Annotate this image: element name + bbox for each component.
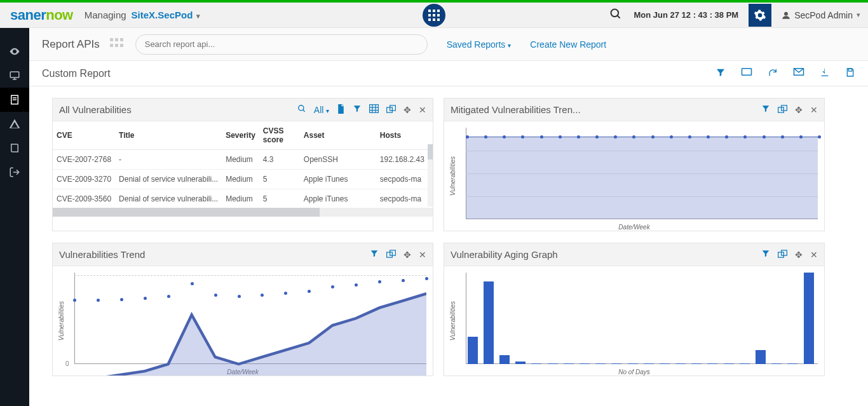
axis-y <box>466 273 466 364</box>
sidebar-item-logout[interactable] <box>0 160 29 184</box>
grid-dots-icon <box>110 38 124 48</box>
trend-svg <box>74 273 426 376</box>
table-row[interactable]: CVE-2009-3270Denial of service vulnerabi… <box>53 170 433 189</box>
filter-panel-icon[interactable] <box>761 249 770 260</box>
sidebar-item-devices[interactable] <box>0 64 29 88</box>
search-in-panel-icon[interactable] <box>297 104 306 115</box>
data-point <box>355 283 358 287</box>
svg-rect-30 <box>370 105 379 113</box>
filter-panel-icon[interactable] <box>370 249 379 260</box>
data-point <box>402 279 405 282</box>
chart-ylabel: Vulnerabilities <box>449 301 456 341</box>
warning-icon <box>9 118 20 130</box>
bar <box>804 273 814 364</box>
create-new-report-link[interactable]: Create New Report <box>530 39 606 50</box>
cell-hosts: 192.168.2.43 <box>376 150 433 170</box>
sidebar-item-reports[interactable] <box>0 88 29 112</box>
move-icon[interactable]: ✥ <box>403 105 411 115</box>
svg-rect-6 <box>428 18 431 21</box>
vulnerabilities-table: CVE Title Severity CVSS score Asset Host… <box>53 121 433 217</box>
save-icon[interactable] <box>845 67 855 80</box>
svg-rect-2 <box>437 10 440 12</box>
svg-rect-27 <box>848 69 851 71</box>
svg-point-9 <box>611 9 619 17</box>
popout-icon[interactable] <box>778 250 787 260</box>
settings-button[interactable] <box>749 4 771 27</box>
new-doc-icon[interactable] <box>337 104 345 116</box>
cell-asset: Apple iTunes <box>300 189 376 209</box>
user-menu[interactable]: SecPod Admin ▾ <box>782 10 860 20</box>
chevron-down-icon: ▾ <box>326 107 329 114</box>
hscroll-track[interactable] <box>53 208 433 217</box>
filter-panel-icon[interactable] <box>353 104 362 115</box>
close-panel-icon[interactable]: ✕ <box>419 250 426 260</box>
chart-xlabel: No of Days <box>618 369 649 376</box>
table-row[interactable]: CVE-2009-3560Denial of service vulnerabi… <box>53 189 433 209</box>
svg-line-10 <box>618 15 620 18</box>
svg-rect-4 <box>433 14 435 17</box>
report-icon <box>9 94 20 105</box>
close-panel-icon[interactable]: ✕ <box>419 105 426 115</box>
search-report-api[interactable] <box>135 34 428 55</box>
search-input[interactable] <box>145 39 418 49</box>
page-action-icons <box>715 67 855 80</box>
panel-title: Mitigated Vulnerabilities Tren... <box>451 104 581 115</box>
chevron-down-icon: ▾ <box>196 12 200 20</box>
panel-toolbar: ✥ ✕ <box>761 104 818 115</box>
bar <box>548 363 558 364</box>
popout-icon[interactable] <box>778 105 787 115</box>
cell-title: - <box>115 150 222 170</box>
bar <box>756 350 766 364</box>
svg-rect-0 <box>428 10 431 12</box>
move-icon[interactable]: ✥ <box>403 250 411 260</box>
data-point <box>425 277 428 280</box>
panel-title: Vulnerabilities Trend <box>59 249 145 260</box>
filter-panel-icon[interactable] <box>761 104 770 115</box>
panel-title: All Vulnerabilities <box>59 104 132 115</box>
data-point <box>261 294 264 297</box>
vscroll-thumb[interactable] <box>428 144 433 159</box>
close-panel-icon[interactable]: ✕ <box>810 250 818 260</box>
severity-dropdown[interactable]: All ▾ <box>314 105 329 115</box>
cell-severity: Medium <box>222 189 259 209</box>
hscroll-thumb[interactable] <box>53 208 320 217</box>
sidebar-item-library[interactable] <box>0 136 29 160</box>
presentation-icon[interactable] <box>741 67 752 80</box>
download-icon[interactable] <box>820 67 830 80</box>
col-hosts[interactable]: Hosts <box>376 121 433 150</box>
brand-part1: saner <box>10 7 46 23</box>
svg-rect-25 <box>742 68 752 75</box>
popout-icon[interactable] <box>386 250 396 260</box>
trend-chart: 0 <box>74 273 426 364</box>
cell-title: Denial of service vulnerabili... <box>115 189 222 209</box>
popout-icon[interactable] <box>386 105 396 115</box>
mitigated-chart <box>466 128 818 219</box>
col-cvss[interactable]: CVSS score <box>259 121 300 150</box>
col-cve[interactable]: CVE <box>53 121 115 150</box>
refresh-icon[interactable] <box>768 67 778 80</box>
col-asset[interactable]: Asset <box>300 121 376 150</box>
panel-toolbar: ✥ ✕ <box>761 249 818 260</box>
move-icon[interactable]: ✥ <box>795 105 803 115</box>
move-icon[interactable]: ✥ <box>795 250 803 260</box>
data-point <box>238 295 241 298</box>
panel-body: Vulnerabilities No of Days <box>444 266 824 376</box>
col-severity[interactable]: Severity <box>222 121 259 150</box>
table-view-icon[interactable] <box>369 104 379 115</box>
mail-icon[interactable] <box>793 67 804 80</box>
site-dropdown[interactable]: SiteX.SecPod▾ <box>132 10 201 20</box>
sidebar-item-visibility[interactable] <box>0 39 29 64</box>
apps-launcher-button[interactable] <box>423 4 445 27</box>
view-grid-toggle[interactable] <box>110 38 124 51</box>
search-icon[interactable] <box>609 8 622 23</box>
saved-reports-link[interactable]: Saved Reports▾ <box>447 39 512 50</box>
sidebar-item-alerts[interactable] <box>0 112 29 136</box>
table-header-row: CVE Title Severity CVSS score Asset Host… <box>53 121 433 150</box>
table-row[interactable]: CVE-2007-2768-Medium4.3OpenSSH192.168.2.… <box>53 150 433 170</box>
col-title[interactable]: Title <box>115 121 222 150</box>
close-panel-icon[interactable]: ✕ <box>810 105 818 115</box>
area-fill <box>466 137 818 219</box>
filter-icon[interactable] <box>715 67 726 80</box>
subbar-title: Report APIs <box>42 38 100 51</box>
bar <box>468 337 478 364</box>
